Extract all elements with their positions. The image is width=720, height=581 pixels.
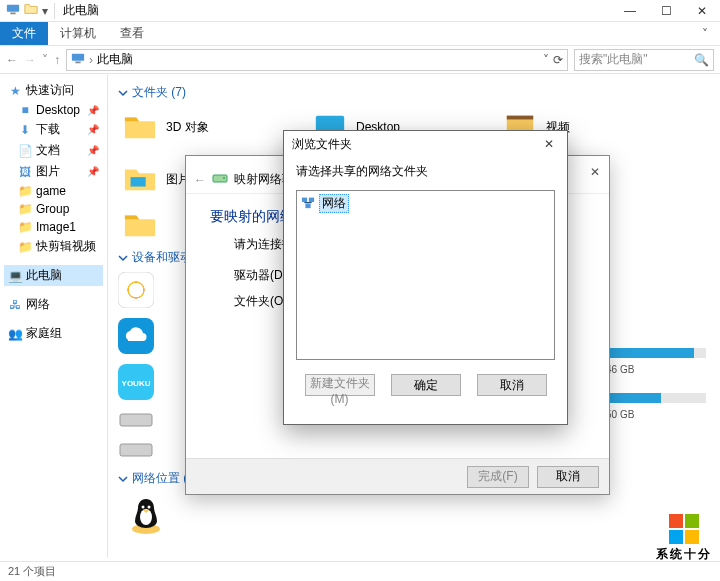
wizard-back-icon[interactable]: ← bbox=[194, 173, 206, 187]
ribbon-expand-icon[interactable]: ˅ bbox=[690, 22, 720, 45]
ribbon-tabs: 文件 计算机 查看 ˅ bbox=[0, 22, 720, 46]
address-bar[interactable]: › 此电脑 ˅ ⟳ bbox=[66, 49, 568, 71]
svg-text:YOUKU: YOUKU bbox=[122, 379, 151, 388]
tux-icon[interactable] bbox=[126, 495, 166, 535]
search-placeholder: 搜索"此电脑" bbox=[579, 51, 694, 68]
svg-rect-3 bbox=[75, 62, 80, 64]
chevron-down-icon bbox=[118, 474, 128, 484]
folder-icon: 📁 bbox=[18, 202, 32, 216]
document-icon: 📄 bbox=[18, 144, 32, 158]
dialog-message: 请选择共享的网络文件夹 bbox=[284, 157, 567, 190]
svg-point-21 bbox=[148, 506, 151, 509]
folder-3d-objects[interactable]: 3D 对象 bbox=[118, 107, 308, 147]
drive-icon[interactable] bbox=[118, 440, 154, 460]
ok-button[interactable]: 确定 bbox=[391, 374, 461, 396]
pc-icon: 💻 bbox=[8, 269, 22, 283]
status-bar: 21 个项目 bbox=[0, 561, 720, 581]
pin-icon: 📌 bbox=[87, 105, 99, 116]
title-bar: ▾ 此电脑 — ☐ ✕ bbox=[0, 0, 720, 22]
item-count: 21 个项目 bbox=[8, 564, 56, 579]
pc-icon bbox=[6, 2, 20, 19]
svg-rect-25 bbox=[309, 198, 314, 202]
svg-point-23 bbox=[223, 177, 225, 179]
tree-game[interactable]: 📁game bbox=[4, 182, 103, 200]
network-icon: 🖧 bbox=[8, 298, 22, 312]
cancel-button[interactable]: 取消 bbox=[537, 466, 599, 488]
microsoft-icon bbox=[669, 514, 699, 544]
browse-folder-dialog: 浏览文件夹 ✕ 请选择共享的网络文件夹 网络 新建文件夹(M) 确定 取消 bbox=[283, 130, 568, 425]
address-bar-row: ← → ˅ ↑ › 此电脑 ˅ ⟳ 搜索"此电脑" 🔍 bbox=[0, 46, 720, 74]
history-dropdown-icon[interactable]: ˅ bbox=[543, 53, 549, 67]
folder-icon: 📁 bbox=[18, 184, 32, 198]
cloud-app-icon[interactable] bbox=[118, 318, 154, 354]
picture-icon bbox=[122, 161, 158, 197]
nav-tree: ★快速访问 ■Desktop📌 ⬇下载📌 📄文档📌 🖼图片📌 📁game 📁Gr… bbox=[0, 74, 108, 558]
dialog-title: 浏览文件夹 bbox=[292, 136, 352, 153]
pc-icon bbox=[71, 51, 85, 68]
quick-access-toolbar: ▾ bbox=[0, 2, 54, 19]
tree-this-pc[interactable]: 💻此电脑 bbox=[4, 265, 103, 286]
search-input[interactable]: 搜索"此电脑" 🔍 bbox=[574, 49, 714, 71]
photos-app-icon[interactable] bbox=[118, 272, 154, 308]
homegroup-icon: 👥 bbox=[8, 327, 22, 341]
desktop-icon: ■ bbox=[18, 103, 32, 117]
breadcrumb[interactable]: 此电脑 bbox=[97, 51, 133, 68]
close-button[interactable]: ✕ bbox=[684, 0, 720, 22]
svg-point-20 bbox=[142, 506, 145, 509]
pin-icon: 📌 bbox=[87, 124, 99, 135]
dialog-close-button[interactable]: ✕ bbox=[539, 137, 559, 151]
svg-rect-10 bbox=[118, 272, 154, 308]
dropdown-icon[interactable]: ▾ bbox=[42, 4, 48, 18]
folder-icon bbox=[122, 109, 158, 145]
drive-capacity: 46 GB 50 GB bbox=[606, 342, 706, 420]
svg-rect-2 bbox=[72, 54, 84, 61]
nav-back-icon[interactable]: ← bbox=[6, 53, 18, 67]
tree-pictures[interactable]: 🖼图片📌 bbox=[4, 161, 103, 182]
svg-rect-0 bbox=[7, 5, 19, 12]
youku-app-icon[interactable]: YOUKU bbox=[118, 364, 154, 400]
tab-view[interactable]: 查看 bbox=[108, 22, 156, 45]
svg-rect-17 bbox=[120, 444, 152, 456]
tree-network[interactable]: 🖧网络 bbox=[4, 294, 103, 315]
dialog-close-button[interactable]: ✕ bbox=[585, 162, 605, 182]
svg-rect-9 bbox=[131, 177, 146, 186]
folder-tree[interactable]: 网络 bbox=[296, 190, 555, 360]
tree-image1[interactable]: 📁Image1 bbox=[4, 218, 103, 236]
new-folder-button[interactable]: 新建文件夹(M) bbox=[305, 374, 375, 396]
tree-kuaijianji[interactable]: 📁快剪辑视频 bbox=[4, 236, 103, 257]
watermark-logo: 系统十分 bbox=[656, 514, 712, 563]
svg-rect-22 bbox=[213, 175, 227, 182]
nav-forward-icon[interactable]: → bbox=[24, 53, 36, 67]
folder-icon bbox=[24, 2, 38, 19]
tree-node-network[interactable]: 网络 bbox=[299, 193, 552, 214]
nav-recent-icon[interactable]: ˅ bbox=[42, 53, 48, 67]
tree-downloads[interactable]: ⬇下载📌 bbox=[4, 119, 103, 140]
svg-rect-16 bbox=[120, 414, 152, 426]
svg-rect-24 bbox=[302, 198, 307, 202]
tree-desktop[interactable]: ■Desktop📌 bbox=[4, 101, 103, 119]
minimize-button[interactable]: — bbox=[612, 0, 648, 22]
refresh-icon[interactable]: ⟳ bbox=[553, 53, 563, 67]
maximize-button[interactable]: ☐ bbox=[648, 0, 684, 22]
tree-quick-access[interactable]: ★快速访问 bbox=[4, 80, 103, 101]
drive-icon[interactable] bbox=[118, 410, 154, 430]
tree-group[interactable]: 📁Group bbox=[4, 200, 103, 218]
finish-button[interactable]: 完成(F) bbox=[467, 466, 529, 488]
tab-computer[interactable]: 计算机 bbox=[48, 22, 108, 45]
group-folders[interactable]: 文件夹 (7) bbox=[118, 84, 710, 101]
chevron-down-icon bbox=[118, 253, 128, 263]
tree-documents[interactable]: 📄文档📌 bbox=[4, 140, 103, 161]
folder-icon: 📁 bbox=[18, 240, 32, 254]
cancel-button[interactable]: 取消 bbox=[477, 374, 547, 396]
nav-up-icon[interactable]: ↑ bbox=[54, 53, 60, 67]
tree-homegroup[interactable]: 👥家庭组 bbox=[4, 323, 103, 344]
search-icon[interactable]: 🔍 bbox=[694, 53, 709, 67]
svg-rect-26 bbox=[305, 204, 310, 208]
tab-file[interactable]: 文件 bbox=[0, 22, 48, 45]
svg-rect-7 bbox=[507, 116, 533, 120]
pin-icon: 📌 bbox=[87, 166, 99, 177]
folder-icon bbox=[122, 207, 158, 243]
svg-rect-1 bbox=[10, 13, 15, 15]
star-icon: ★ bbox=[8, 84, 22, 98]
download-icon: ⬇ bbox=[18, 123, 32, 137]
